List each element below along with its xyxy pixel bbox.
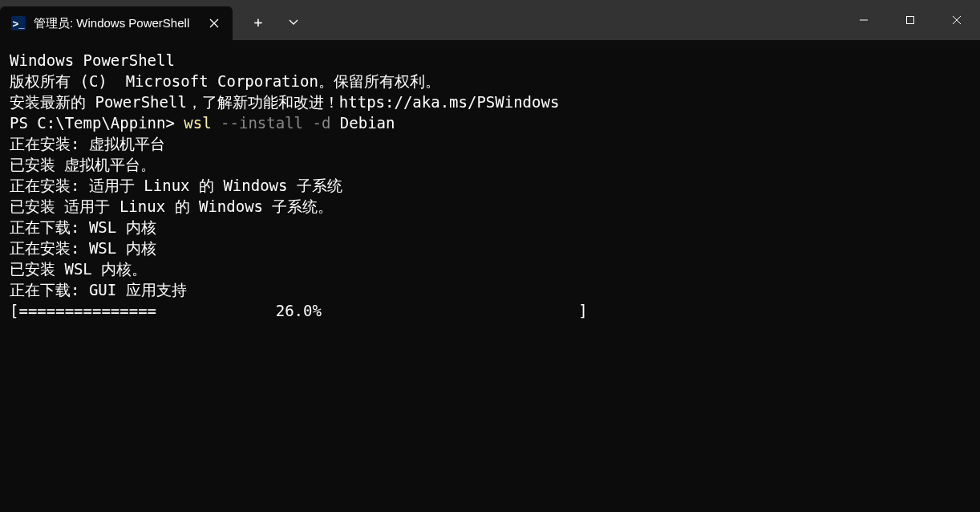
terminal-line: 已安装 虚拟机平台。	[10, 154, 970, 175]
tab-actions: +	[233, 0, 311, 40]
terminal-line: 已安装 适用于 Linux 的 Windows 子系统。	[10, 196, 970, 217]
terminal-line: 安装最新的 PowerShell，了解新功能和改进！https://aka.ms…	[10, 91, 970, 112]
terminal-line: 正在下载: GUI 应用支持	[10, 279, 970, 300]
title-bar: >_ 管理员: Windows PowerShell +	[0, 0, 980, 40]
terminal-line: Windows PowerShell	[10, 50, 970, 71]
prompt-prefix: PS C:\Temp\Appinn>	[10, 114, 184, 132]
powershell-icon-glyph: >_	[13, 18, 25, 30]
terminal-line: 已安装 WSL 内核。	[10, 258, 970, 279]
active-tab[interactable]: >_ 管理员: Windows PowerShell	[0, 6, 233, 40]
command-flags: --install -d	[221, 114, 330, 132]
command-executable: wsl	[184, 114, 221, 132]
title-bar-drag-area[interactable]	[311, 0, 840, 40]
maximize-button[interactable]	[887, 0, 933, 40]
window-controls	[840, 0, 980, 40]
tab-title: 管理员: Windows PowerShell	[34, 16, 196, 31]
new-tab-button[interactable]: +	[241, 5, 276, 39]
powershell-icon: >_	[11, 16, 26, 30]
terminal-prompt-line: PS C:\Temp\Appinn> wsl --install -d Debi…	[10, 112, 970, 133]
terminal-line: 版权所有 (C) Microsoft Corporation。保留所有权利。	[10, 71, 970, 91]
terminal-output[interactable]: Windows PowerShell版权所有 (C) Microsoft Cor…	[0, 40, 980, 331]
minimize-button[interactable]	[840, 0, 887, 40]
terminal-line: 正在安装: WSL 内核	[10, 238, 970, 258]
terminal-line: 正在下载: WSL 内核	[10, 217, 970, 238]
terminal-line: 正在安装: 适用于 Linux 的 Windows 子系统	[10, 175, 970, 196]
close-tab-button[interactable]	[204, 13, 225, 34]
close-window-button[interactable]	[933, 0, 980, 40]
tab-dropdown-button[interactable]	[276, 5, 311, 39]
svg-rect-3	[907, 17, 914, 24]
command-arg: Debian	[330, 114, 395, 132]
progress-bar-line: [=============== 26.0% ]	[10, 300, 970, 321]
terminal-line: 正在安装: 虚拟机平台	[10, 133, 970, 154]
